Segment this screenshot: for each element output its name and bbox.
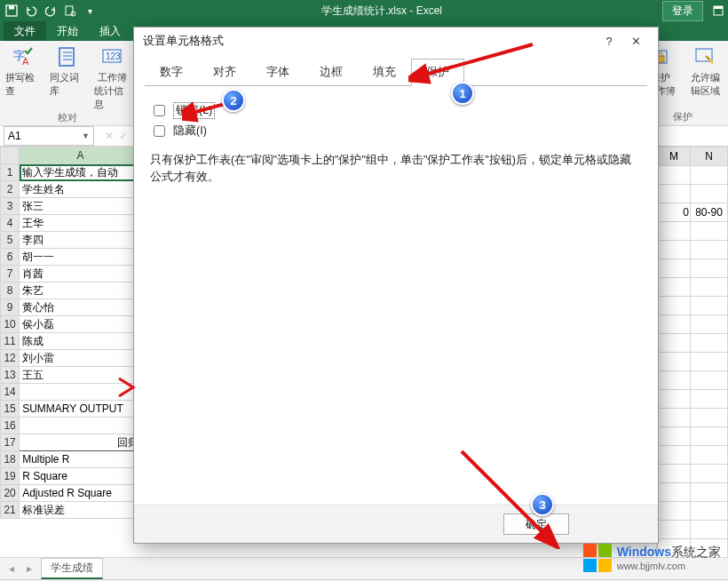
cell-A4[interactable]: 王华 <box>20 215 141 232</box>
cell-A21[interactable]: 标准误差 <box>20 502 141 519</box>
hide-checkbox-row[interactable]: 隐藏(I) <box>150 123 642 139</box>
dialog-tab-font[interactable]: 字体 <box>251 59 305 86</box>
right-columns-peek: M N 0 80-90 <box>656 147 728 557</box>
row-header[interactable]: 8 <box>1 283 20 299</box>
workbook-stats-label-1: 工作簿 <box>98 71 127 84</box>
cell-A10[interactable]: 侯小磊 <box>20 316 141 333</box>
save-icon[interactable] <box>5 4 18 17</box>
row-header[interactable]: 15 <box>1 401 20 418</box>
cell-A14[interactable] <box>20 384 141 401</box>
cell-A20[interactable]: Adjusted R Square <box>20 485 141 502</box>
cell-N3[interactable]: 80-90 <box>691 203 728 222</box>
cell-A11[interactable]: 陈成 <box>20 333 141 350</box>
ribbon-display-options-icon[interactable] <box>708 0 728 21</box>
tab-home[interactable]: 开始 <box>46 21 89 41</box>
dialog-tab-protect[interactable]: 保护 <box>411 59 464 86</box>
svg-rect-5 <box>714 6 723 9</box>
svg-rect-1 <box>9 6 14 10</box>
row-header[interactable]: 16 <box>1 418 20 434</box>
dialog-tab-number[interactable]: 数字 <box>145 59 198 86</box>
cell-A12[interactable]: 刘小雷 <box>20 350 141 367</box>
col-header-A[interactable]: A <box>20 147 141 164</box>
row-header[interactable]: 1 <box>1 164 20 181</box>
row-header[interactable]: 10 <box>1 316 20 333</box>
row-header[interactable]: 7 <box>1 266 20 283</box>
cancel-formula-icon[interactable]: ✕ <box>105 130 114 142</box>
cell-A2[interactable]: 学生姓名 <box>20 181 141 198</box>
tab-insert[interactable]: 插入 <box>89 21 131 41</box>
svg-rect-2 <box>66 6 73 15</box>
cell-A1[interactable]: 输入学生成绩，自动 <box>20 164 141 181</box>
undo-icon[interactable] <box>25 4 37 17</box>
qat-customize-icon[interactable]: ▾ <box>83 4 96 17</box>
dialog-tab-align[interactable]: 对齐 <box>198 59 251 86</box>
thesaurus-button[interactable]: 同义词库 <box>50 44 85 111</box>
dialog-tabs: 数字 对齐 字体 边框 填充 保护 <box>134 54 658 85</box>
tab-file[interactable]: 文件 <box>4 21 46 41</box>
name-box-dropdown-icon[interactable]: ▼ <box>82 131 90 140</box>
sheet-tab-active[interactable]: 学生成绩 <box>41 558 103 579</box>
name-box[interactable]: A1 ▼ <box>4 126 94 146</box>
row-header[interactable]: 19 <box>1 468 20 485</box>
spellcheck-icon: 字A <box>11 44 36 69</box>
row-header[interactable]: 14 <box>1 384 20 401</box>
row-header[interactable]: 11 <box>1 333 20 350</box>
row-header[interactable]: 6 <box>1 249 20 266</box>
cell-A17[interactable]: 回归 <box>20 434 141 451</box>
cell-A3[interactable]: 张三 <box>20 198 141 215</box>
allow-edit-ranges-button[interactable]: 允许编 辑区域 <box>687 44 723 98</box>
cell-A19[interactable]: R Square <box>20 468 141 485</box>
hide-label: 隐藏(I) <box>173 123 207 139</box>
hide-checkbox[interactable] <box>154 125 165 137</box>
annotation-badge-2: 2 <box>222 89 245 112</box>
enter-formula-icon[interactable]: ✓ <box>119 130 128 142</box>
dialog-tab-fill[interactable]: 填充 <box>358 59 411 86</box>
row-header[interactable]: 3 <box>1 198 20 215</box>
row-header[interactable]: 18 <box>1 451 20 468</box>
row-header[interactable]: 2 <box>1 181 20 198</box>
row-header[interactable]: 13 <box>1 367 20 384</box>
row-header[interactable]: 9 <box>1 299 20 316</box>
col-header-N[interactable]: N <box>691 147 728 166</box>
login-button[interactable]: 登录 <box>662 1 703 21</box>
dialog-tab-page-protect: 锁定(L) 隐藏(I) 只有保护工作表(在"审阅"选项卡上的"保护"组中，单击"… <box>145 85 647 505</box>
cell-A18[interactable]: Multiple R <box>20 451 141 468</box>
format-cells-dialog: 设置单元格格式 ? ✕ 数字 对齐 字体 边框 填充 保护 锁定(L) 隐藏(I… <box>133 27 659 544</box>
cell-A8[interactable]: 朱艺 <box>20 283 141 299</box>
watermark-brand-prefix: Windows <box>617 545 671 559</box>
cell-M3[interactable]: 0 <box>658 203 691 222</box>
dialog-tab-border[interactable]: 边框 <box>305 59 358 86</box>
cell-A9[interactable]: 黄心怡 <box>20 299 141 316</box>
lock-checkbox[interactable] <box>154 105 165 116</box>
row-header[interactable]: 20 <box>1 485 20 502</box>
cell-A13[interactable]: 王五 <box>20 367 141 384</box>
cell-A5[interactable]: 李四 <box>20 232 141 249</box>
spellcheck-label: 拼写检查 <box>5 71 41 98</box>
dialog-close-button[interactable]: ✕ <box>622 35 649 48</box>
print-preview-icon[interactable] <box>64 4 76 17</box>
name-box-value: A1 <box>8 130 21 142</box>
spellcheck-button[interactable]: 字A 拼写检查 <box>5 44 41 111</box>
dialog-button-row: 确定 取消 <box>134 505 658 543</box>
row-header[interactable]: 12 <box>1 350 20 367</box>
col-header-M[interactable]: M <box>658 147 691 166</box>
sheet-nav-next-icon[interactable]: ▸ <box>23 562 36 575</box>
ok-button[interactable]: 确定 <box>503 513 569 535</box>
select-all-corner[interactable] <box>1 147 20 164</box>
cell-A16[interactable] <box>20 418 141 434</box>
dialog-help-button[interactable]: ? <box>596 35 622 48</box>
cell-A15[interactable]: SUMMARY OUTPUT <box>20 401 141 418</box>
cell-A7[interactable]: 肖茜 <box>20 266 141 283</box>
dialog-titlebar[interactable]: 设置单元格格式 ? ✕ <box>134 28 658 54</box>
redo-icon[interactable] <box>44 4 57 17</box>
row-header[interactable]: 5 <box>1 232 20 249</box>
row-header[interactable]: 17 <box>1 434 20 451</box>
workbook-stats-button[interactable]: 123 工作簿 统计信息 <box>94 44 130 111</box>
annotation-badge-1: 1 <box>451 82 474 105</box>
row-header[interactable]: 4 <box>1 215 20 232</box>
svg-rect-8 <box>59 48 74 66</box>
cell-A6[interactable]: 胡一一 <box>20 249 141 266</box>
row-header[interactable]: 21 <box>1 502 20 519</box>
sheet-nav-prev-icon[interactable]: ◂ <box>5 562 18 575</box>
thesaurus-label: 同义词库 <box>50 71 85 98</box>
